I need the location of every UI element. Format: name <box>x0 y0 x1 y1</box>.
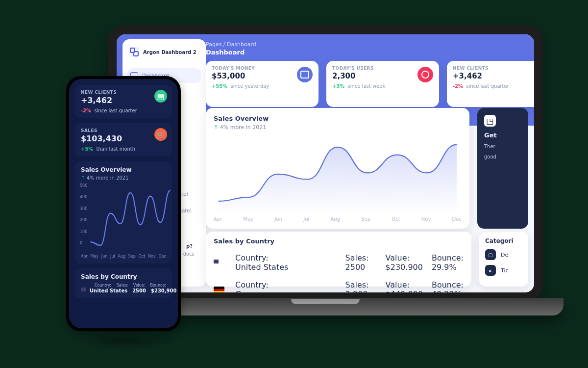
category-item[interactable]: ▸ Tic <box>485 265 522 276</box>
kpi-card-clients[interactable]: NEW CLIENTS +3,462 -2% since last quarte… <box>447 61 534 107</box>
coins-icon <box>300 71 309 79</box>
kpi-badge <box>297 67 313 82</box>
info-card[interactable]: ◳ Get Ther good <box>477 108 528 229</box>
table-row[interactable]: United States 2500 $230,900 29.9% <box>81 288 166 293</box>
sales-by-country-card[interactable]: Sales by Country Country: United States … <box>206 232 471 287</box>
val-bounce: 29.9% <box>432 263 464 272</box>
categories-card[interactable]: Categori ▢ De ▸ Tic <box>479 232 528 287</box>
breadcrumb-path: Pages / Dashboard <box>206 41 256 48</box>
chart-sub-year: 2021 <box>116 175 128 181</box>
col-sales: Sales: <box>345 253 377 263</box>
col-country: Country: <box>235 253 337 263</box>
chart-area: 5004003002001000 <box>81 184 166 252</box>
content-row: Sales Overview ↑ 4% more in 2021 <box>206 108 528 229</box>
kpi-value: $103,430 <box>81 134 166 143</box>
info-title: Get <box>484 131 521 139</box>
kpi-since: since last quarter <box>94 108 137 113</box>
categories-title: Categori <box>485 237 522 244</box>
sales-overview-card-mobile[interactable]: Sales Overview ↑ 4% more in 2021 5004003… <box>75 161 172 263</box>
kpi-delta: +5% <box>81 146 93 152</box>
kpi-card-sales-mobile[interactable]: SALES $103,430 +5% than last month 🛒 <box>75 123 172 157</box>
table-head: Country: Sales: Value: Bounce: <box>81 283 166 288</box>
val-sales: 2500 <box>345 263 377 272</box>
table-title: Sales by Country <box>81 273 166 280</box>
x-axis: AprMayJunJulAugSepOctNovDec <box>214 216 462 222</box>
breadcrumb: Pages / Dashboard Dashboard <box>206 41 256 56</box>
val-country: United States <box>90 288 127 293</box>
table-row[interactable]: Country: Germany Sales: 3.900 Value: $44… <box>214 276 464 292</box>
kpi-delta: +55% <box>212 83 227 89</box>
sales-overview-card[interactable]: Sales Overview ↑ 4% more in 2021 <box>206 108 469 229</box>
phone-screen: NEW CLIENTS +3,462 -2% since last quarte… <box>69 79 178 328</box>
kpi-label: TODAY'S MONEY <box>212 66 313 71</box>
user-icon <box>421 71 429 79</box>
info-icon: ◳ <box>484 115 496 127</box>
sales-by-country-card-mobile[interactable]: Sales by Country Country: Sales: Value: … <box>75 268 172 298</box>
table-row[interactable]: Country: United States Sales: 2500 Value… <box>214 249 464 276</box>
kpi-row: TODAY'S MONEY $53,000 +55% since yesterd… <box>206 61 528 107</box>
kpi-sub: +55% since yesterday <box>212 83 313 89</box>
col-bounce: Bounce: <box>150 283 166 288</box>
phone-frame: NEW CLIENTS +3,462 -2% since last quarte… <box>66 76 181 331</box>
category-label: Tic <box>501 267 509 274</box>
chart-title: Sales Overview <box>214 115 462 122</box>
col-value: Value: <box>133 283 146 288</box>
kpi-delta: -2% <box>81 108 91 113</box>
arrow-up-icon: ↑ <box>81 175 85 181</box>
flag-us-icon <box>214 260 224 266</box>
brand-logo-icon <box>129 47 139 57</box>
col-country: Country: <box>95 283 112 288</box>
col-value: Value: <box>386 280 423 289</box>
info-line: good <box>484 154 521 159</box>
phone-app: NEW CLIENTS +3,462 -2% since last quarte… <box>69 79 178 328</box>
phone-shadow <box>76 332 179 350</box>
kpi-label: SALES <box>81 128 166 133</box>
val-bounce: 40.22% <box>432 289 464 292</box>
chart-sub: ↑ 4% more in 2021 <box>81 175 166 181</box>
cart-icon: 🛒 <box>156 130 166 139</box>
brand[interactable]: Argon Dashboard 2 <box>127 44 201 62</box>
chart-subtitle: ↑ 4% more in 2021 <box>214 124 462 131</box>
kpi-card-money[interactable]: TODAY'S MONEY $53,000 +55% since yesterd… <box>206 61 318 107</box>
lower-row: Sales by Country Country: United States … <box>206 232 528 287</box>
kpi-label: NEW CLIENTS <box>453 66 534 71</box>
kpi-badge: 🛒 <box>154 128 167 141</box>
kpi-value: +3,462 <box>453 72 534 80</box>
col-value: Value: <box>386 253 423 263</box>
kpi-sub: +5% than last month <box>81 146 166 152</box>
sales-chart <box>214 135 462 213</box>
kpi-label: TODAY'S USERS <box>332 66 433 71</box>
val-value: $230,900 <box>151 288 177 293</box>
val-sales: 2500 <box>132 288 146 293</box>
chart-title: Sales Overview <box>81 166 166 173</box>
kpi-card-users[interactable]: TODAY'S USERS 2,300 +3% since last week <box>326 61 439 107</box>
table-title: Sales by Country <box>214 237 464 245</box>
kpi-card-clients-mobile[interactable]: NEW CLIENTS +3,462 -2% since last quarte… <box>75 85 172 118</box>
brand-title: Argon Dashboard 2 <box>143 50 196 55</box>
category-item[interactable]: ▢ De <box>485 249 522 260</box>
val-country: Germany <box>235 289 337 292</box>
col-bounce: Bounce: <box>432 280 464 289</box>
page-title: Dashboard <box>206 49 256 56</box>
kpi-delta: -2% <box>453 83 463 89</box>
chart-sub-prefix: 4% more in <box>87 175 115 181</box>
kpi-badge <box>417 67 433 82</box>
device-icon: ▢ <box>485 249 496 260</box>
chart-sub-prefix: 4% more in <box>220 124 251 131</box>
col-bounce: Bounce: <box>432 253 464 263</box>
kpi-sub: +3% since last week <box>332 83 433 89</box>
kpi-badge: ▤ <box>154 90 167 103</box>
chart-sub-year: 2021 <box>252 124 266 131</box>
val-country: United States <box>235 263 337 272</box>
partial-text: p? <box>186 243 193 249</box>
val-value: $440.000 <box>386 289 423 292</box>
col-sales: Sales: <box>345 280 377 289</box>
col-sales: Sales: <box>117 283 128 288</box>
col-country: Country: <box>235 280 337 289</box>
kpi-since: since last quarter <box>466 83 509 89</box>
y-axis: 5004003002001000 <box>80 184 87 245</box>
kpi-sub: -2% since last quarter <box>81 108 166 113</box>
info-line: Ther <box>484 144 521 149</box>
laptop-notch <box>291 299 360 304</box>
val-sales: 3.900 <box>345 289 377 292</box>
